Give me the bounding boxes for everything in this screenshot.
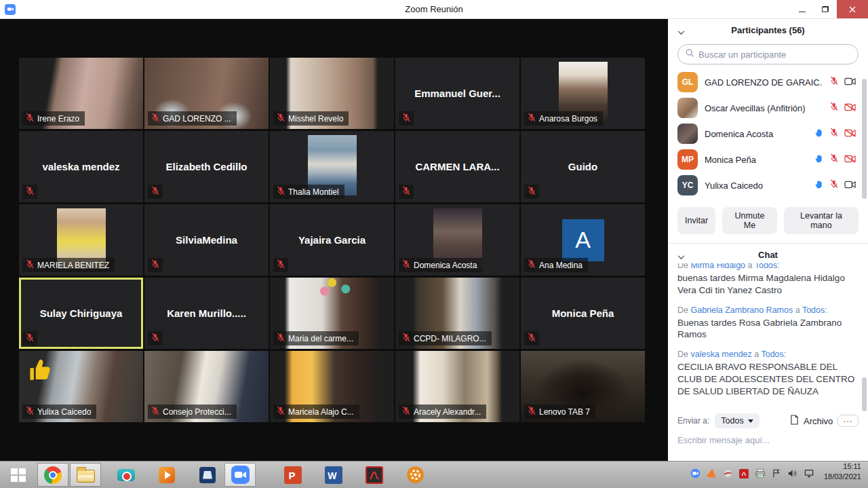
chevron-down-icon[interactable] [677, 27, 685, 37]
zoom-app-icon [5, 4, 16, 15]
video-tile[interactable]: Maria del carme... [270, 278, 394, 349]
tray-zoom-icon[interactable] [690, 468, 701, 481]
taskbar-app-zoom[interactable] [224, 463, 256, 487]
participant-name-label: Domenica Acosta [414, 261, 477, 270]
letter-avatar: A [562, 219, 604, 261]
tile-name-label: CCPD- MILAGRO... [399, 331, 492, 345]
video-tile[interactable]: Elizabeth Cedillo [144, 131, 269, 202]
muted-mic-icon [527, 406, 536, 417]
chat-input[interactable]: Escribir mensaje aquí... [677, 435, 859, 445]
taskbar-app-screen-recorder[interactable] [111, 463, 142, 487]
tray-acrobat-icon[interactable] [739, 469, 749, 481]
taskbar-app-settings-orange[interactable] [399, 463, 431, 487]
video-tile[interactable]: Aracely Alexandr... [395, 351, 519, 422]
taskbar-app-file-explorer[interactable] [70, 463, 101, 487]
muted-mic-icon [401, 186, 411, 198]
file-button[interactable]: Archivo [804, 416, 833, 426]
chat-sender[interactable]: Mirma Hidalgo [690, 263, 745, 270]
tile-name-label [22, 185, 37, 199]
video-tile[interactable]: Sulay Chiriguaya [19, 278, 143, 349]
taskbar-clock[interactable]: 15:11 18/03/2021 [818, 462, 868, 488]
video-tile[interactable]: AAna Medina [521, 204, 645, 276]
taskbar-app-chrome[interactable] [37, 463, 68, 487]
chat-message-list: De Mirma Hidalgo a Todos:buenas tardes M… [668, 263, 868, 408]
chat-message: De Mirma Hidalgo a Todos:buenas tardes M… [677, 263, 857, 297]
tile-name-label: MARIELA BENITEZ [22, 258, 115, 272]
video-tile[interactable]: Karen Murillo..... [144, 278, 269, 349]
video-tile[interactable]: Thalia Montiel [270, 131, 394, 202]
video-tile[interactable]: Yulixa Caicedo [19, 351, 143, 422]
levantar-la-mano-button[interactable]: Levantar la mano [784, 207, 859, 234]
muted-mic-icon [276, 259, 285, 271]
video-tile[interactable]: Domenica Acosta [395, 204, 519, 276]
participant-name-label: CCPD- MILAGRO... [414, 334, 486, 343]
participants-scrollbar[interactable] [862, 79, 867, 199]
tray-volume-icon[interactable] [787, 468, 797, 481]
chat-scrollbar[interactable] [862, 377, 867, 411]
video-tile[interactable]: CARMEN LARA... [395, 131, 519, 202]
participant-name-label: Ana Medina [539, 261, 583, 270]
video-tile[interactable]: Consejo Protecci... [144, 351, 269, 422]
muted-mic-icon [25, 113, 35, 124]
video-tile[interactable]: Maricela Alajo C... [270, 351, 394, 422]
invitar-button[interactable]: Invitar [677, 207, 715, 234]
video-tile[interactable]: Guido [521, 131, 645, 202]
participant-row[interactable]: YCYulixa Caicedo [668, 172, 868, 198]
tray-avast-icon[interactable] [707, 468, 717, 481]
chat-message-header: De valeska mendez a Todos: [677, 350, 857, 359]
participant-name-label: Thalia Montiel [288, 187, 339, 197]
video-tile[interactable]: Lenovo TAB 7 [521, 351, 645, 422]
zoom-meeting-window: Zoom Reunión Irene ErazoGAD LORENZO ...M… [0, 0, 868, 488]
taskbar-app-scan-app[interactable] [192, 463, 223, 487]
video-tile[interactable]: Monica Peña [521, 278, 645, 349]
taskbar-app-acrobat[interactable] [359, 463, 390, 487]
participant-name-centered: CARMEN LARA... [395, 131, 519, 202]
video-tile[interactable]: Anarosa Burgos [521, 58, 645, 129]
send-to-dropdown[interactable]: Todos [715, 413, 759, 428]
video-tile[interactable]: Irene Erazo [19, 58, 143, 129]
taskbar-app-media-player[interactable] [151, 463, 182, 487]
participant-row[interactable]: MPMonica Peña [668, 147, 868, 172]
start-button[interactable] [0, 462, 37, 488]
taskbar-app-powerpoint[interactable]: P [277, 463, 309, 487]
unmute-me-button[interactable]: Unmute Me [722, 207, 777, 234]
caret-down-icon [748, 419, 753, 423]
participant-name-label: Lenovo TAB 7 [539, 407, 590, 417]
tray-flag-icon[interactable] [772, 468, 781, 481]
tray-network-icon[interactable] [804, 468, 814, 481]
minimize-button[interactable] [791, 0, 814, 18]
participant-row[interactable]: Domenica Acosta [668, 121, 868, 147]
participant-search[interactable] [677, 44, 859, 64]
video-tile[interactable]: SilviaMedina [144, 204, 269, 276]
video-tile[interactable]: Yajaira Garcia [270, 204, 394, 276]
participant-row[interactable]: GLGAD LORENZO DE GARAIC... (Yo) [668, 69, 868, 95]
taskbar-spacer [391, 462, 399, 488]
more-options-button[interactable]: ... [837, 415, 859, 427]
participant-name-centered: Yajaira Garcia [270, 204, 394, 276]
video-tile[interactable]: GAD LORENZO ... [144, 58, 269, 129]
video-tile[interactable]: CCPD- MILAGRO... [395, 278, 519, 349]
video-tile[interactable]: Emmanuel Guer... [395, 58, 519, 129]
chat-sender[interactable]: valeska mendez [690, 350, 751, 359]
participant-name-centered: Sulay Chiriguaya [19, 278, 143, 349]
chrome-icon [44, 466, 62, 484]
tile-name-label: Domenica Acosta [399, 258, 482, 272]
participant-status-icons [814, 153, 856, 166]
video-tile[interactable]: valeska mendez [19, 131, 143, 202]
tile-name-label [148, 331, 163, 345]
tray-antivirus-s-icon[interactable] [723, 468, 733, 481]
participant-row[interactable]: Oscar Avecillas (Anfitrión) [668, 95, 868, 121]
muted-mic-icon [151, 406, 160, 417]
taskbar-app-word[interactable]: W [318, 463, 349, 487]
close-button[interactable] [837, 0, 868, 18]
restore-button[interactable] [814, 0, 837, 18]
chevron-down-icon[interactable] [677, 252, 685, 262]
chat-sender[interactable]: Gabriela Zambrano Ramos [690, 305, 793, 315]
tray-printer-icon[interactable] [755, 468, 766, 481]
tile-name-label: Consejo Protecci... [148, 405, 237, 419]
video-tile[interactable]: MARIELA BENITEZ [19, 204, 143, 276]
search-input[interactable] [698, 50, 851, 60]
video-area: Irene ErazoGAD LORENZO ...Misshel Revelo… [0, 19, 668, 461]
video-tile[interactable]: Misshel Revelo [270, 58, 394, 129]
muted-mic-icon [401, 406, 411, 417]
